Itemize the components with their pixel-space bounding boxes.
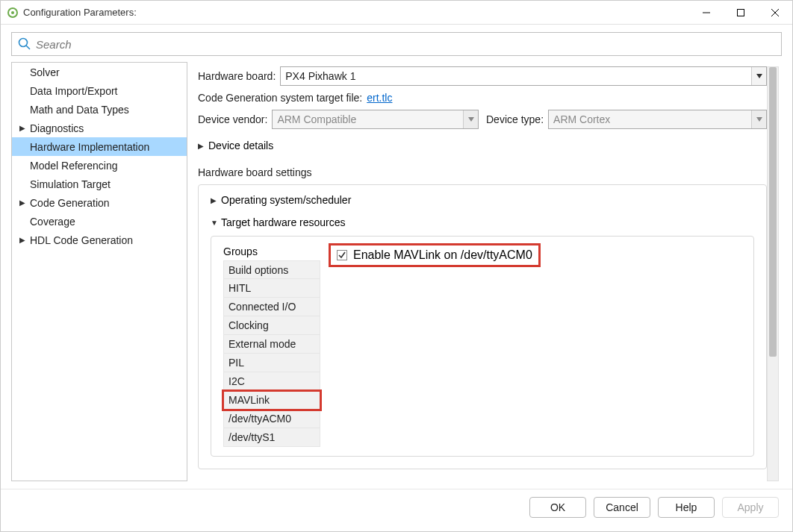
svg-point-1 (11, 11, 14, 14)
maximize-button[interactable] (724, 1, 758, 25)
sidebar-item-coverage[interactable]: Coverage (12, 212, 187, 231)
window-title: Configuration Parameters: (23, 7, 689, 18)
group-item--dev-ttys1[interactable]: /dev/ttyS1 (223, 428, 320, 447)
help-button[interactable]: Help (658, 497, 715, 518)
triangle-right-icon: ▶ (18, 236, 27, 244)
close-button[interactable] (758, 1, 792, 25)
sidebar-item-label: Coverage (30, 216, 75, 228)
os-scheduler-label: Operating system/scheduler (221, 194, 351, 206)
sidebar-item-code-generation[interactable]: ▶Code Generation (12, 193, 187, 212)
sidebar-item-simulation-target[interactable]: Simulation Target (12, 175, 187, 193)
device-vendor-select: ARM Compatible (272, 110, 479, 129)
group-item-external-mode[interactable]: External mode (223, 335, 320, 354)
triangle-right-icon: ▶ (18, 198, 27, 207)
search-bar-wrap (1, 25, 792, 62)
minimize-button[interactable] (689, 1, 724, 25)
hardware-board-row: Hardware board: PX4 Pixhawk 1 (198, 66, 767, 86)
sidebar-item-model-referencing[interactable]: Model Referencing (12, 156, 187, 175)
scrollbar-thumb[interactable] (769, 67, 777, 357)
device-vendor-label: Device vendor: (198, 113, 267, 125)
title-bar: Configuration Parameters: (1, 1, 792, 25)
cancel-button[interactable]: Cancel (594, 497, 650, 518)
sidebar-item-math-and-data-types[interactable]: Math and Data Types (12, 100, 187, 119)
sidebar-item-label: Solver (30, 66, 60, 78)
triangle-right-icon: ▶ (211, 196, 221, 204)
sidebar-item-label: Model Referencing (30, 160, 118, 172)
vertical-scrollbar[interactable] (767, 66, 779, 481)
svg-marker-9 (468, 117, 474, 122)
ok-button[interactable]: OK (529, 497, 586, 518)
sidebar-item-diagnostics[interactable]: ▶Diagnostics (12, 119, 187, 137)
hw-settings-title: Hardware board settings (198, 166, 767, 178)
triangle-right-icon: ▶ (18, 124, 27, 132)
search-bar[interactable] (11, 32, 782, 56)
sidebar-item-hardware-implementation[interactable]: Hardware Implementation (12, 137, 187, 156)
dialog-footer: OK Cancel Help Apply (1, 489, 792, 525)
group-item-connected-i-o[interactable]: Connected I/O (223, 298, 320, 316)
device-details-label: Device details (208, 140, 273, 151)
sidebar-item-label: Data Import/Export (30, 85, 118, 97)
triangle-right-icon: ▶ (198, 142, 208, 150)
groups-title: Groups (223, 245, 320, 257)
hardware-board-select[interactable]: PX4 Pixhawk 1 (280, 66, 767, 86)
sidebar-item-label: Code Generation (30, 197, 110, 209)
codegen-row: Code Generation system target file: ert.… (198, 92, 767, 104)
hw-settings-box: ▶ Operating system/scheduler ▼ Target ha… (198, 184, 767, 469)
chevron-down-icon (751, 110, 766, 128)
apply-button: Apply (722, 497, 779, 518)
sidebar-item-hdl-code-generation[interactable]: ▶HDL Code Generation (12, 231, 187, 249)
sidebar-item-label: HDL Code Generation (30, 234, 133, 246)
sidebar-item-label: Simulation Target (30, 178, 111, 190)
chevron-down-icon (751, 67, 766, 85)
svg-marker-10 (756, 117, 762, 122)
groups-column: Groups Build optionsHITLConnected I/OClo… (223, 245, 320, 447)
group-item--dev-ttyacm0[interactable]: /dev/ttyACM0 (223, 410, 320, 428)
svg-rect-3 (738, 9, 744, 16)
checkbox-icon (337, 250, 347, 260)
enable-mavlink-checkbox[interactable]: Enable MAVLink on /dev/ttyACM0 (331, 245, 538, 265)
device-vendor-value: ARM Compatible (277, 113, 356, 125)
sidebar-item-label: Diagnostics (30, 122, 84, 134)
device-type-value: ARM Cortex (553, 113, 610, 125)
groups-layout: Groups Build optionsHITLConnected I/OClo… (223, 245, 741, 447)
svg-marker-8 (756, 74, 762, 78)
device-type-label: Device type: (486, 113, 544, 125)
device-details-expander[interactable]: ▶ Device details (198, 140, 767, 151)
codegen-label: Code Generation system target file: (198, 92, 362, 104)
svg-line-7 (26, 46, 30, 49)
group-item-hitl[interactable]: HITL (223, 279, 320, 298)
device-type-select: ARM Cortex (548, 110, 767, 129)
group-item-build-options[interactable]: Build options (223, 260, 320, 279)
sidebar-item-data-import-export[interactable]: Data Import/Export (12, 81, 187, 100)
codegen-link[interactable]: ert.tlc (367, 92, 392, 104)
group-item-mavlink[interactable]: MAVLink (223, 391, 320, 410)
target-resources-label: Target hardware resources (221, 216, 346, 228)
os-scheduler-expander[interactable]: ▶ Operating system/scheduler (211, 194, 754, 206)
search-icon (18, 37, 31, 51)
group-item-pil[interactable]: PIL (223, 354, 320, 372)
main-panel: Hardware board: PX4 Pixhawk 1 Code Gener… (187, 62, 782, 481)
hardware-board-label: Hardware board: (198, 70, 276, 82)
triangle-down-icon: ▼ (211, 219, 221, 227)
app-icon (7, 7, 19, 19)
chevron-down-icon (463, 110, 478, 128)
group-item-clocking[interactable]: Clocking (223, 316, 320, 335)
hardware-board-value: PX4 Pixhawk 1 (285, 70, 355, 82)
group-item-i2c[interactable]: I2C (223, 372, 320, 391)
svg-point-6 (19, 39, 28, 47)
sidebar-item-label: Hardware Implementation (30, 141, 149, 153)
window-controls (689, 1, 792, 25)
enable-mavlink-label: Enable MAVLink on /dev/ttyACM0 (353, 248, 532, 262)
sidebar-item-solver[interactable]: Solver (12, 63, 187, 81)
sidebar-item-label: Math and Data Types (30, 104, 129, 116)
search-input[interactable] (36, 38, 775, 51)
target-resources-box: Groups Build optionsHITLConnected I/OClo… (211, 236, 754, 457)
group-detail-panel: Enable MAVLink on /dev/ttyACM0 (320, 245, 741, 447)
target-resources-expander[interactable]: ▼ Target hardware resources (211, 216, 754, 228)
content-area: SolverData Import/ExportMath and Data Ty… (1, 62, 792, 489)
nav-sidebar: SolverData Import/ExportMath and Data Ty… (11, 62, 187, 481)
device-row: Device vendor: ARM Compatible Device typ… (198, 110, 767, 129)
